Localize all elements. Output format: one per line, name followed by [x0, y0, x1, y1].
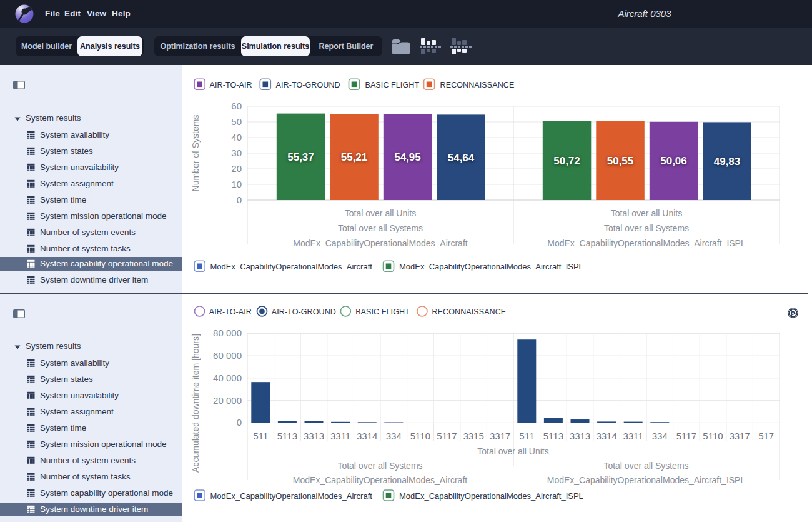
- svg-text:80 000: 80 000: [213, 328, 242, 338]
- svg-text:BASIC FLIGHT: BASIC FLIGHT: [365, 81, 420, 89]
- svg-text:Number of Systems: Number of Systems: [191, 115, 201, 192]
- svg-text:Total over all Systems: Total over all Systems: [603, 461, 688, 471]
- svg-text:RECONNAISSANCE: RECONNAISSANCE: [432, 308, 507, 316]
- svg-text:AIR-TO-GROUND: AIR-TO-GROUND: [276, 81, 340, 89]
- svg-text:RECONNAISSANCE: RECONNAISSANCE: [440, 81, 515, 89]
- svg-text:10: 10: [231, 179, 242, 189]
- svg-text:Total over all Systems: Total over all Systems: [604, 223, 689, 233]
- svg-text:55,37: 55,37: [287, 151, 314, 163]
- svg-text:20 000: 20 000: [213, 395, 242, 406]
- svg-text:3313: 3313: [570, 431, 590, 441]
- svg-text:0: 0: [237, 417, 242, 428]
- svg-text:5113: 5113: [277, 431, 297, 441]
- svg-text:55,21: 55,21: [341, 151, 368, 163]
- svg-text:Total over all Units: Total over all Units: [611, 208, 682, 218]
- svg-text:ModEx_CapabilityOperationalMod: ModEx_CapabilityOperationalModes_Aircraf…: [293, 238, 467, 248]
- svg-text:30: 30: [231, 148, 242, 158]
- svg-text:3315: 3315: [463, 431, 483, 441]
- svg-text:AIR-TO-AIR: AIR-TO-AIR: [210, 81, 252, 89]
- svg-text:60: 60: [231, 101, 242, 111]
- svg-text:ModEx_CapabilityOperationalMod: ModEx_CapabilityOperationalModes_Aircraf…: [210, 262, 373, 271]
- svg-text:ModEx_CapabilityOperationalMod: ModEx_CapabilityOperationalModes_Aircraf…: [547, 475, 746, 485]
- svg-text:54,64: 54,64: [448, 152, 475, 164]
- svg-text:Total over all Systems: Total over all Systems: [338, 223, 423, 233]
- svg-text:3317: 3317: [490, 431, 510, 441]
- svg-text:Total over all Units: Total over all Units: [345, 208, 416, 218]
- svg-text:3314: 3314: [357, 431, 377, 441]
- svg-text:3313: 3313: [304, 431, 324, 441]
- svg-text:ModEx_CapabilityOperationalMod: ModEx_CapabilityOperationalModes_Aircraf…: [547, 238, 746, 248]
- svg-text:54,95: 54,95: [394, 151, 421, 163]
- svg-text:334: 334: [386, 431, 402, 441]
- svg-text:3314: 3314: [596, 431, 616, 441]
- svg-text:Accumulated downtime item [hou: Accumulated downtime item [hours]: [191, 334, 201, 473]
- svg-text:ModEx_CapabilityOperationalMod: ModEx_CapabilityOperationalModes_Aircraf…: [210, 491, 373, 501]
- svg-text:3317: 3317: [729, 431, 750, 441]
- svg-text:511: 511: [253, 431, 268, 441]
- svg-text:5117: 5117: [437, 431, 457, 441]
- svg-text:5110: 5110: [410, 431, 430, 441]
- svg-text:AIR-TO-AIR: AIR-TO-AIR: [209, 308, 252, 316]
- svg-text:20: 20: [231, 163, 242, 174]
- svg-text:ModEx_CapabilityOperationalMod: ModEx_CapabilityOperationalModes_Aircraf…: [293, 475, 467, 485]
- svg-text:50,06: 50,06: [660, 155, 687, 167]
- svg-text:5110: 5110: [703, 431, 723, 441]
- svg-text:50: 50: [231, 116, 242, 127]
- svg-text:BASIC FLIGHT: BASIC FLIGHT: [355, 308, 410, 316]
- svg-text:ModEx_CapabilityOperationalMod: ModEx_CapabilityOperationalModes_Aircraf…: [399, 262, 583, 271]
- svg-text:60 000: 60 000: [213, 350, 242, 361]
- svg-text:3311: 3311: [330, 431, 350, 441]
- svg-text:0: 0: [237, 194, 242, 205]
- svg-text:AIR-TO-GROUND: AIR-TO-GROUND: [272, 308, 336, 316]
- svg-text:Total over all Units: Total over all Units: [477, 446, 548, 456]
- svg-text:5113: 5113: [543, 431, 563, 441]
- svg-text:49,83: 49,83: [714, 156, 741, 168]
- svg-text:5117: 5117: [676, 431, 696, 441]
- svg-text:40 000: 40 000: [213, 373, 242, 383]
- svg-text:40: 40: [231, 132, 242, 143]
- svg-text:3311: 3311: [623, 431, 643, 441]
- svg-text:Total over all Systems: Total over all Systems: [337, 461, 422, 471]
- svg-text:334: 334: [652, 431, 668, 441]
- svg-text:ModEx_CapabilityOperationalMod: ModEx_CapabilityOperationalModes_Aircraf…: [399, 491, 583, 501]
- svg-text:50,55: 50,55: [607, 155, 634, 167]
- svg-text:50,72: 50,72: [553, 155, 580, 167]
- svg-text:511: 511: [519, 431, 534, 441]
- svg-text:517: 517: [758, 431, 774, 441]
